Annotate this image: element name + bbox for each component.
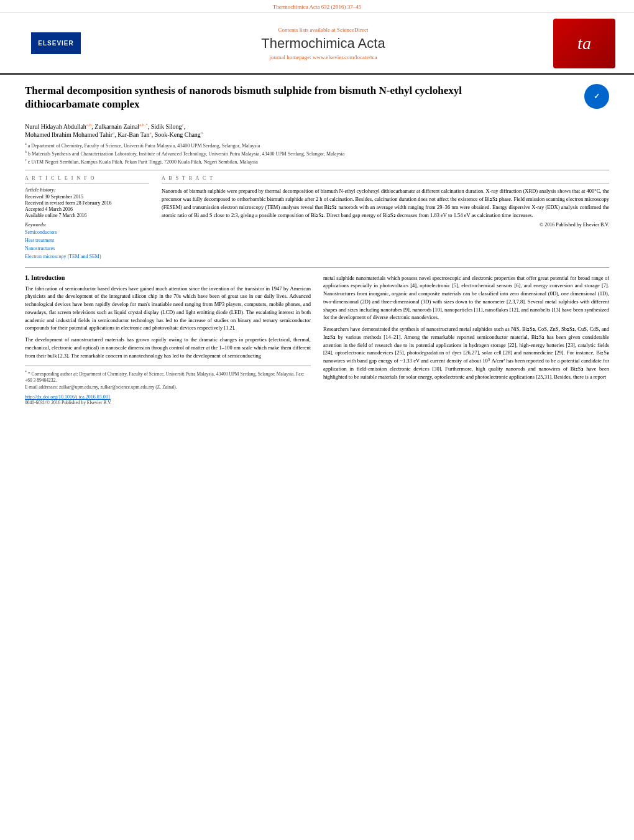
authors-line: Nurul Hidayah Abdullaha,b, Zulkarnain Za… (25, 122, 609, 138)
info-abstract-columns: A R T I C L E I N F O Article history: R… (25, 175, 609, 261)
citation-text: Thermochimica Acta 632 (2016) 37–45 (273, 4, 361, 10)
journal-header: ELSEVIER Contents lists available at Sci… (0, 12, 634, 75)
body-right-column: metal sulphide nanomaterials which posse… (323, 274, 609, 406)
journal-center: Contents lists available at ScienceDirec… (93, 27, 553, 60)
footnote-asterisk: * * Corresponding author at: Department … (25, 369, 311, 384)
doi-link[interactable]: http://dx.doi.org/10.1016/j.tca.2016.03.… (25, 394, 111, 400)
sciencedirect-link-text[interactable]: ScienceDirect (337, 27, 368, 33)
crossmark-badge: ✓ (584, 84, 609, 109)
right-para-2: Researchers have demonstrated the synthe… (323, 325, 609, 381)
affiliations: a a Department of Chemistry, Faculty of … (25, 141, 609, 165)
abstract-label: A B S T R A C T (162, 175, 609, 183)
keywords-label: Keywords: (25, 222, 149, 228)
elsevier-logo: ELSEVIER (31, 32, 81, 54)
svg-text:✓: ✓ (594, 92, 600, 101)
issn-text: 0040-6031/© 2016 Published by Elsevier B… (25, 400, 311, 405)
available-date: Available online 7 March 2016 (25, 213, 149, 218)
abstract-text: Nanorods of bismuth sulphide were prepar… (162, 187, 609, 219)
copyright-text: © 2016 Published by Elsevier B.V. (162, 222, 609, 228)
keyword-3: Nanostructures (25, 245, 149, 253)
sciencedirect-line: Contents lists available at ScienceDirec… (93, 27, 553, 33)
intro-para-2: The development of nanostructured materi… (25, 336, 311, 359)
footnote-email: E-mail addresses: zulkar@upm.edu.my, zul… (25, 384, 311, 391)
homepage-link[interactable]: www.elsevier.com/locate/tca (313, 54, 377, 60)
journal-title: Thermochimica Acta (93, 35, 553, 52)
divider-1 (25, 170, 609, 170)
received-date: Received 30 September 2015 (25, 194, 149, 200)
abstract-panel: A B S T R A C T Nanorods of bismuth sulp… (162, 175, 609, 261)
journal-logo-icon: ta (553, 19, 615, 68)
divider-2 (25, 267, 609, 268)
affiliation-a: a a Department of Chemistry, Faculty of … (25, 141, 609, 149)
top-bar: Thermochimica Acta 632 (2016) 37–45 (0, 0, 634, 12)
main-body: 1. Introduction The fabrication of semic… (25, 274, 609, 406)
keyword-4: Electron microscopy (TEM and SEM) (25, 253, 149, 261)
intro-para-1: The fabrication of semiconductor based d… (25, 285, 311, 333)
accepted-date: Accepted 4 March 2016 (25, 206, 149, 212)
revised-date: Received in revised form 28 February 201… (25, 200, 149, 206)
homepage-line: journal homepage: www.elsevier.com/locat… (93, 54, 553, 60)
keyword-1: Semiconductors (25, 229, 149, 237)
body-left-column: 1. Introduction The fabrication of semic… (25, 274, 311, 406)
elsevier-logo-area: ELSEVIER (19, 32, 93, 55)
article-title-section: Thermal decomposition synthesis of nanor… (25, 84, 609, 116)
page: Thermochimica Acta 632 (2016) 37–45 ELSE… (0, 0, 634, 840)
footnote-area: * * Corresponding author at: Department … (25, 366, 311, 405)
article-title: Thermal decomposition synthesis of nanor… (25, 84, 535, 111)
article-info-label: A R T I C L E I N F O (25, 175, 149, 183)
history-label: Article history: (25, 187, 149, 193)
main-content: Thermal decomposition synthesis of nanor… (0, 75, 634, 412)
affiliation-b: b b Materials Synthesis and Characteriza… (25, 149, 609, 157)
article-info-panel: A R T I C L E I N F O Article history: R… (25, 175, 149, 261)
right-para-1: metal sulphide nanomaterials which posse… (323, 274, 609, 322)
introduction-heading: 1. Introduction (25, 274, 311, 281)
article-dates: Received 30 September 2015 Received in r… (25, 194, 149, 218)
affiliation-c: c c UiTM Negeri Sembilan, Kampus Kuala P… (25, 157, 609, 165)
keywords-list: Semiconductors Heat treatment Nanostruct… (25, 229, 149, 261)
keyword-2: Heat treatment (25, 237, 149, 245)
